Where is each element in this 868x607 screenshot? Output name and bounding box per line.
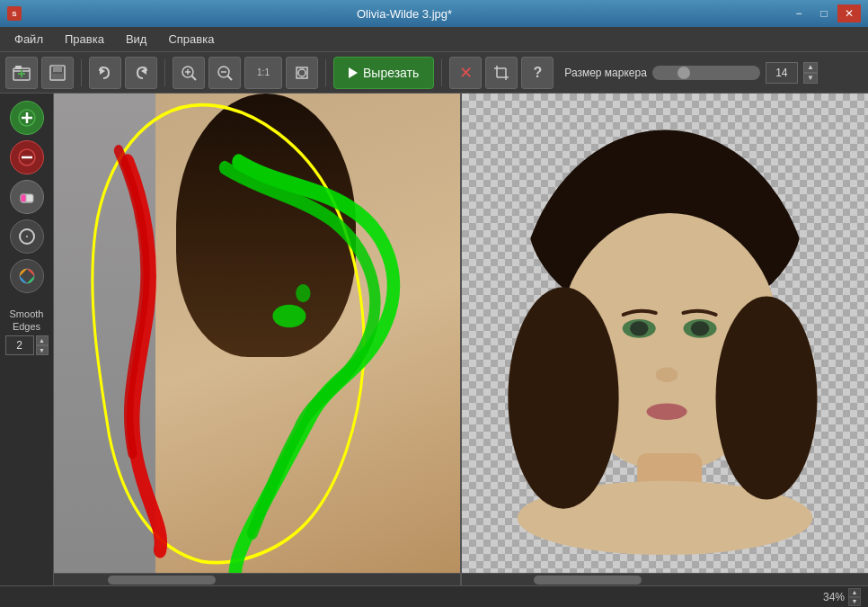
- circle-tool[interactable]: [10, 219, 44, 254]
- zoom-increment[interactable]: ▲: [848, 588, 861, 597]
- right-photo: [462, 94, 868, 573]
- window-controls: − □ ✕: [787, 4, 861, 22]
- menu-edit[interactable]: Правка: [54, 29, 115, 49]
- menu-file[interactable]: Файл: [4, 29, 54, 49]
- crop-button[interactable]: [485, 57, 518, 89]
- status-bar: 34% ▲ ▼: [0, 585, 868, 607]
- marker-value: 14: [766, 62, 798, 84]
- window-title: Olivia-Wilde 3.jpg*: [22, 7, 787, 21]
- smooth-edges-input[interactable]: [5, 335, 34, 355]
- marker-size-slider[interactable]: [652, 66, 760, 80]
- tool-panel: Smooth Edges ▲ ▼: [0, 94, 54, 585]
- marker-spinners: ▲ ▼: [803, 62, 818, 84]
- svg-rect-28: [21, 194, 26, 202]
- eraser-tool[interactable]: [10, 180, 44, 214]
- svg-line-14: [228, 76, 233, 80]
- play-icon: [349, 67, 358, 78]
- svg-marker-8: [141, 67, 146, 75]
- svg-rect-3: [15, 66, 22, 69]
- zoom-in-button[interactable]: [173, 57, 205, 89]
- svg-point-31: [26, 236, 28, 237]
- separator-4: [441, 59, 442, 86]
- save-button[interactable]: [41, 57, 74, 89]
- open-button[interactable]: [5, 57, 38, 89]
- zoom-fit-button[interactable]: [286, 57, 318, 89]
- separator-2: [164, 59, 165, 86]
- smooth-decrement[interactable]: ▼: [36, 345, 49, 355]
- svg-point-45: [630, 321, 649, 335]
- smooth-edges-label: Smooth Edges: [0, 308, 53, 334]
- toolbar: 1:1 Вырезать ✕ ? Размер маркера 14 ▲ ▼: [0, 52, 868, 94]
- separator-1: [81, 59, 82, 86]
- zoom-reset-button[interactable]: 1:1: [244, 57, 282, 89]
- svg-point-47: [656, 368, 678, 382]
- zoom-status: 34% ▲ ▼: [823, 588, 861, 606]
- cutout-svg: [462, 94, 868, 573]
- svg-rect-5: [53, 66, 62, 72]
- svg-rect-6: [52, 74, 63, 79]
- right-scroll-thumb[interactable]: [534, 576, 642, 585]
- svg-point-48: [646, 404, 686, 420]
- cancel-button[interactable]: ✕: [449, 57, 482, 89]
- menu-bar: Файл Правка Вид Справка: [0, 27, 868, 52]
- svg-point-46: [691, 321, 710, 335]
- redo-button[interactable]: [125, 57, 157, 89]
- zoom-value: 34%: [823, 591, 845, 603]
- title-bar: S Olivia-Wilde 3.jpg* − □ ✕: [0, 0, 868, 27]
- svg-line-10: [192, 76, 197, 80]
- left-photo: [54, 94, 460, 573]
- marker-size-label: Размер маркера: [564, 67, 647, 79]
- canvas-area: [54, 94, 868, 585]
- maximize-button[interactable]: □: [812, 4, 836, 22]
- color-tool[interactable]: [10, 259, 44, 293]
- separator-3: [325, 59, 326, 86]
- smooth-increment[interactable]: ▲: [36, 335, 49, 345]
- marker-size-section: Размер маркера 14 ▲ ▼: [564, 62, 818, 84]
- svg-point-17: [298, 69, 306, 76]
- app-icon: S: [7, 6, 22, 21]
- run-button[interactable]: Вырезать: [333, 57, 434, 89]
- marker-decrement[interactable]: ▼: [803, 73, 818, 84]
- right-scrollbar[interactable]: [462, 573, 868, 585]
- help-button[interactable]: ?: [521, 57, 554, 89]
- left-canvas-panel[interactable]: [54, 94, 462, 585]
- zoom-out-button[interactable]: [208, 57, 241, 89]
- left-scroll-thumb[interactable]: [108, 576, 216, 585]
- zoom-spinners: ▲ ▼: [848, 588, 861, 606]
- undo-button[interactable]: [89, 57, 121, 89]
- close-button[interactable]: ✕: [837, 4, 861, 22]
- svg-marker-7: [100, 67, 105, 75]
- right-canvas-panel[interactable]: [462, 94, 868, 585]
- svg-point-42: [716, 296, 818, 499]
- background-tool[interactable]: [10, 140, 44, 174]
- zoom-decrement[interactable]: ▼: [848, 597, 861, 606]
- foreground-tool[interactable]: [10, 101, 44, 135]
- svg-point-41: [508, 287, 618, 509]
- main-content: Smooth Edges ▲ ▼: [0, 94, 868, 585]
- left-scrollbar[interactable]: [54, 573, 460, 585]
- menu-view[interactable]: Вид: [115, 29, 158, 49]
- svg-text:S: S: [12, 10, 17, 18]
- minimize-button[interactable]: −: [787, 4, 810, 22]
- smooth-edges-control: ▲ ▼: [5, 335, 49, 355]
- run-label: Вырезать: [363, 66, 419, 80]
- smooth-spinners: ▲ ▼: [36, 335, 49, 355]
- menu-help[interactable]: Справка: [157, 29, 225, 49]
- marker-increment[interactable]: ▲: [803, 62, 818, 73]
- hair-area: [176, 94, 356, 357]
